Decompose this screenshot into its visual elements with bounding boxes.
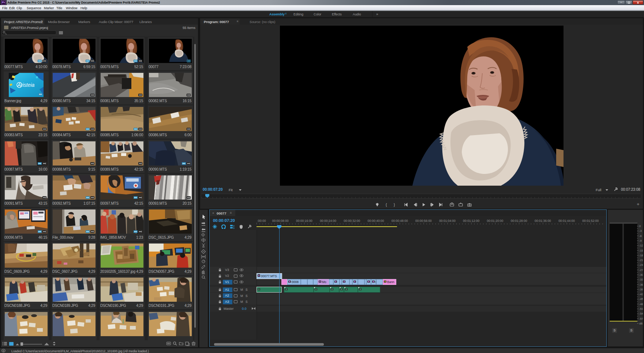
- svg-text:0: 0: [639, 224, 641, 228]
- svg-text:-33: -33: [639, 278, 643, 281]
- svg-text:-42: -42: [639, 293, 643, 296]
- svg-text:00:01:20:00: 00:01:20:00: [487, 219, 503, 223]
- svg-text:-18: -18: [639, 254, 643, 257]
- svg-text:-57: -57: [639, 317, 643, 320]
- svg-text:-9: -9: [639, 239, 642, 242]
- svg-text:-27: -27: [639, 268, 643, 272]
- svg-text:-3: -3: [639, 229, 642, 233]
- svg-text:00:01:44:00: 00:01:44:00: [558, 219, 575, 223]
- svg-text:00:01:12:00: 00:01:12:00: [463, 219, 479, 223]
- svg-text:-12: -12: [639, 244, 643, 247]
- svg-text:00:01:36:00: 00:01:36:00: [535, 219, 551, 223]
- svg-text:-54: -54: [639, 312, 643, 315]
- svg-text:00:00:40:00: 00:00:40:00: [368, 219, 384, 223]
- svg-text:00:00:48:00: 00:00:48:00: [392, 219, 408, 223]
- svg-text:-6: -6: [639, 234, 642, 238]
- svg-text:00:00:16:00: 00:00:16:00: [296, 219, 312, 223]
- svg-text::00:00: :00:00: [257, 219, 266, 223]
- svg-text:}: }: [394, 203, 395, 207]
- svg-text:Aristeia: Aristeia: [17, 82, 35, 88]
- svg-text:00:01:28:00: 00:01:28:00: [511, 219, 527, 223]
- svg-text:00:01:52:00: 00:01:52:00: [582, 219, 599, 223]
- svg-text:dB: dB: [639, 322, 643, 325]
- svg-text:-36: -36: [639, 283, 643, 286]
- svg-text:-15: -15: [639, 249, 643, 252]
- svg-text:-24: -24: [639, 263, 643, 267]
- svg-text:-39: -39: [639, 288, 643, 291]
- svg-text:00:00:56:00: 00:00:56:00: [415, 219, 432, 223]
- svg-text:00:01:04:00: 00:01:04:00: [439, 219, 456, 223]
- svg-text:-45: -45: [639, 297, 643, 301]
- svg-text:{: {: [386, 203, 387, 207]
- svg-text:-21: -21: [639, 259, 643, 262]
- svg-text:-48: -48: [639, 302, 643, 306]
- svg-text:00:00:24:00: 00:00:24:00: [320, 219, 336, 223]
- svg-text:00:00:32:00: 00:00:32:00: [344, 219, 360, 223]
- svg-text:-30: -30: [639, 273, 643, 276]
- svg-text:-51: -51: [639, 307, 643, 311]
- svg-text:00:00:08:00: 00:00:08:00: [272, 219, 289, 223]
